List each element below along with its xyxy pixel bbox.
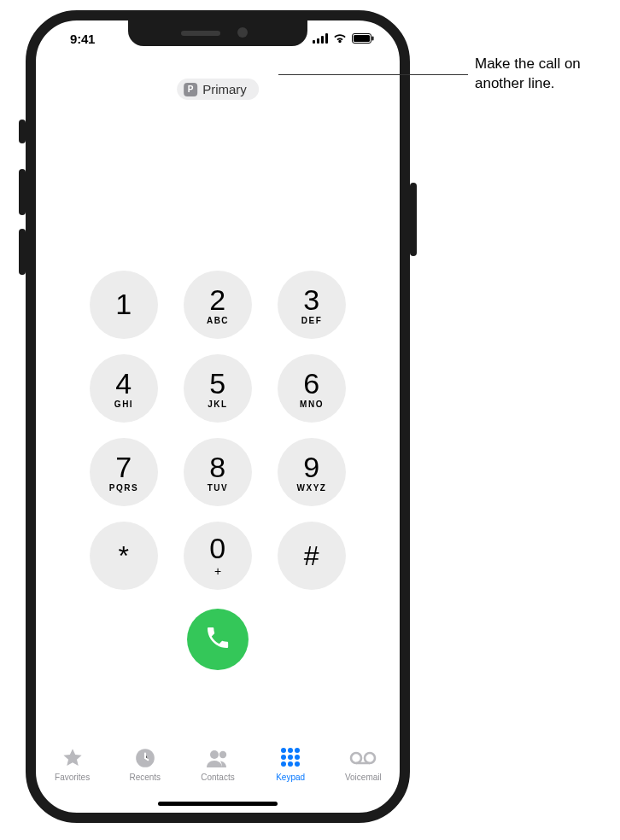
svg-point-8: [210, 750, 219, 759]
svg-rect-0: [313, 40, 315, 44]
key-0[interactable]: 0+: [184, 522, 252, 590]
wifi-icon: [333, 33, 347, 44]
svg-rect-1: [317, 38, 319, 44]
contacts-icon: [205, 746, 231, 770]
key-7[interactable]: 7PQRS: [90, 438, 158, 506]
svg-rect-6: [372, 37, 374, 41]
callout-text: Make the call on another line.: [475, 55, 616, 94]
tab-label: Recents: [129, 773, 161, 782]
clock-icon: [134, 746, 156, 770]
svg-point-16: [281, 761, 286, 767]
phone-icon: [204, 624, 231, 655]
svg-point-18: [295, 761, 300, 767]
tab-favorites[interactable]: Favorites: [38, 746, 107, 782]
svg-rect-5: [354, 35, 370, 42]
svg-rect-2: [321, 36, 324, 44]
tab-label: Contacts: [201, 773, 234, 782]
svg-point-13: [281, 755, 286, 760]
callout-leader: [278, 74, 468, 75]
side-button: [410, 183, 417, 256]
status-time: 9:41: [70, 32, 95, 46]
tab-recents[interactable]: Recents: [111, 746, 179, 782]
key-2[interactable]: 2ABC: [184, 271, 252, 339]
tab-label: Keypad: [276, 773, 305, 782]
tab-label: Favorites: [55, 773, 90, 782]
volume-up-button: [19, 169, 26, 215]
key-star[interactable]: *: [90, 522, 158, 590]
svg-point-10: [281, 748, 286, 753]
keypad: 1 2ABC 3DEF 4GHI 5JKL 6MNO 7PQRS 8TUV 9W…: [36, 271, 400, 670]
home-indicator[interactable]: [158, 802, 278, 806]
svg-rect-3: [325, 33, 328, 44]
key-8[interactable]: 8TUV: [184, 438, 252, 506]
battery-icon: [352, 33, 374, 44]
notch: [128, 20, 307, 46]
key-1[interactable]: 1: [90, 271, 158, 339]
key-9[interactable]: 9WXYZ: [278, 438, 346, 506]
tab-keypad[interactable]: Keypad: [256, 746, 325, 782]
svg-point-9: [219, 751, 226, 758]
svg-point-15: [295, 755, 300, 760]
tab-contacts[interactable]: Contacts: [184, 746, 252, 782]
svg-point-14: [288, 755, 293, 760]
tab-label: Voicemail: [345, 773, 382, 782]
line-selector[interactable]: P Primary: [177, 79, 259, 100]
call-button[interactable]: [187, 609, 249, 670]
tab-voicemail[interactable]: Voicemail: [329, 746, 397, 782]
svg-point-12: [295, 748, 300, 753]
keypad-icon: [280, 746, 301, 770]
key-3[interactable]: 3DEF: [278, 271, 346, 339]
cellular-icon: [313, 33, 328, 44]
line-badge: P: [184, 83, 197, 96]
key-pound[interactable]: #: [278, 522, 346, 590]
svg-point-17: [288, 761, 293, 767]
key-6[interactable]: 6MNO: [278, 354, 346, 423]
mute-switch: [19, 120, 26, 143]
volume-down-button: [19, 229, 26, 275]
key-5[interactable]: 5JKL: [184, 354, 252, 423]
line-label: Primary: [202, 82, 247, 96]
phone-frame: 9:41 P Primary 1 2ABC 3DEF: [26, 10, 410, 823]
svg-point-11: [288, 748, 293, 753]
key-4[interactable]: 4GHI: [90, 354, 158, 423]
voicemail-icon: [349, 746, 377, 770]
svg-point-19: [351, 753, 361, 763]
star-icon: [61, 746, 84, 770]
svg-point-20: [365, 753, 375, 763]
